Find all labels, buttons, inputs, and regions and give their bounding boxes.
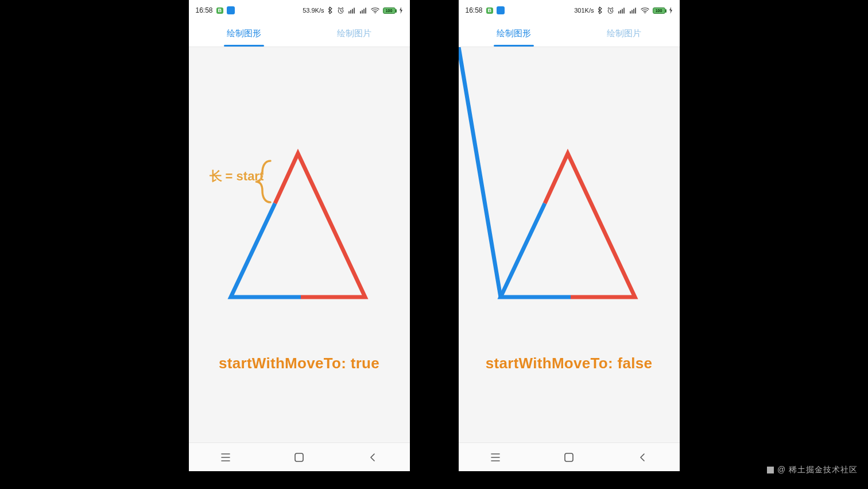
system-nav-bar: [459, 442, 680, 471]
watermark-icon: [767, 467, 774, 473]
bluetooth-icon: [598, 6, 603, 14]
figure-caption: startWithMoveTo: false: [459, 355, 680, 372]
tab-bar: 绘制图形 绘制图片: [189, 21, 410, 47]
triangle-blue-segment: [231, 203, 301, 297]
status-app-icon: [497, 6, 505, 14]
triangle-red-segment: [275, 153, 365, 297]
tab-draw-shape[interactable]: 绘制图形: [459, 21, 569, 47]
signal-hd-icon: [348, 7, 356, 14]
wifi-icon: [371, 7, 379, 14]
status-app-badge: B: [486, 7, 494, 14]
triangle-blue-segment: [501, 203, 571, 297]
stage: 16:58 B 53.9K/s: [0, 0, 868, 489]
nav-home-button[interactable]: [557, 446, 580, 469]
extra-blue-line: [459, 47, 501, 297]
svg-point-1: [374, 12, 375, 13]
nav-menu-button[interactable]: [484, 446, 507, 469]
charging-icon: [669, 7, 673, 14]
nav-back-button[interactable]: [631, 446, 654, 469]
status-time: 16:58: [466, 6, 483, 14]
status-network-speed: 53.9K/s: [303, 7, 324, 14]
nav-home-button[interactable]: [288, 446, 311, 469]
figure-caption: startWithMoveTo: true: [189, 355, 410, 372]
statusbar: 16:58 B 53.9K/s: [189, 0, 410, 21]
phone-left: 16:58 B 53.9K/s: [189, 0, 410, 471]
tab-label: 绘制图片: [607, 28, 641, 39]
battery-icon: 100: [383, 7, 396, 14]
status-network-speed: 301K/s: [574, 7, 594, 14]
nav-menu-button[interactable]: [214, 446, 237, 469]
svg-rect-5: [565, 453, 573, 461]
tab-label: 绘制图形: [497, 28, 531, 39]
drawing: [189, 47, 410, 442]
tab-bar: 绘制图形 绘制图片: [459, 21, 680, 47]
tab-label: 绘制图片: [337, 28, 371, 39]
svg-point-4: [644, 12, 645, 13]
annotation-label: 长 = start: [210, 168, 264, 185]
status-app-badge: B: [216, 7, 224, 14]
svg-rect-2: [295, 453, 303, 461]
wifi-icon: [641, 7, 649, 14]
signal-icon: [629, 7, 637, 14]
alarm-icon: [607, 7, 614, 14]
battery-icon: 100: [653, 7, 665, 14]
alarm-icon: [337, 7, 344, 14]
nav-back-button[interactable]: [361, 446, 384, 469]
charging-icon: [399, 7, 403, 14]
phones-row: 16:58 B 53.9K/s: [189, 0, 680, 471]
statusbar: 16:58 B 301K/s: [459, 0, 680, 21]
tab-draw-image[interactable]: 绘制图片: [299, 21, 410, 47]
tab-draw-shape[interactable]: 绘制图形: [189, 21, 300, 47]
watermark: @ 稀土掘金技术社区: [767, 465, 858, 475]
bluetooth-icon: [328, 6, 334, 14]
tab-label: 绘制图形: [227, 28, 261, 39]
watermark-text: @ 稀土掘金技术社区: [777, 465, 858, 475]
phone-right: 16:58 B 301K/s: [459, 0, 680, 471]
triangle-red-segment: [545, 153, 635, 297]
tab-draw-image[interactable]: 绘制图片: [569, 21, 680, 47]
drawing: [459, 47, 680, 442]
canvas-area: startWithMoveTo: false: [459, 47, 680, 442]
canvas-area: 长 = start startWithMoveTo: true: [189, 47, 410, 442]
status-time: 16:58: [196, 6, 213, 14]
system-nav-bar: [189, 442, 410, 471]
status-app-icon: [227, 6, 235, 14]
signal-icon: [359, 7, 367, 14]
signal-hd-icon: [618, 7, 626, 14]
